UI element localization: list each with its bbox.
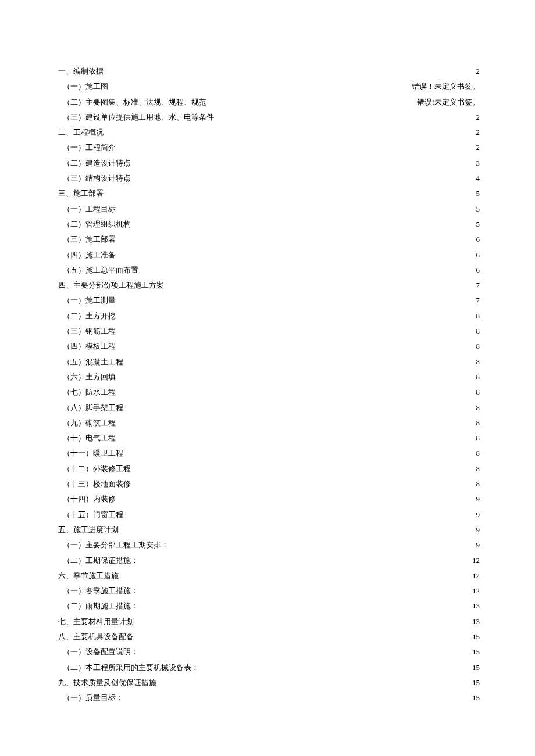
toc-entry: （二）工期保证措施：12	[58, 553, 480, 568]
toc-entry: （七）防水工程8	[58, 385, 480, 400]
toc-leader-dots	[158, 678, 471, 685]
toc-label: （三）钢筋工程	[63, 324, 116, 339]
toc-leader-dots	[132, 464, 475, 471]
toc-label: （六）土方回填	[63, 370, 116, 385]
toc-entry: （一）主要分部工程工期安排：9	[58, 538, 480, 553]
toc-label: （一）主要分部工程工期安排：	[63, 538, 169, 553]
toc-entry: 五、施工进度计划9	[58, 522, 480, 538]
toc-label: （一）施工图	[63, 79, 108, 94]
toc-label: （一）冬季施工措施：	[63, 583, 138, 599]
toc-entry: （三）钢筋工程8	[58, 324, 480, 339]
toc-label: （一）质量目标：	[63, 690, 123, 705]
toc-entry: （五）施工总平面布置6	[58, 263, 480, 278]
toc-label: 六、季节施工措施	[58, 568, 119, 583]
toc-label: （十一）暖卫工程	[63, 446, 123, 461]
toc-label: （二）土方开挖	[63, 309, 116, 324]
toc-label: （一）施工测量	[63, 293, 116, 308]
toc-entry: 六、季节施工措施12	[58, 568, 480, 583]
toc-leader-dots	[105, 66, 475, 74]
toc-entry: （一）工程目标5	[58, 202, 480, 217]
toc-page-number: 8	[476, 431, 480, 446]
toc-page-number: 8	[476, 415, 480, 431]
toc-leader-dots	[170, 540, 475, 547]
toc-leader-dots	[132, 219, 475, 227]
toc-label: （十）电气工程	[63, 431, 116, 446]
toc-entry: （四）施工准备6	[58, 248, 480, 263]
toc-page-number: 15	[472, 675, 480, 690]
toc-label: （二）管理组织机构	[63, 217, 131, 232]
toc-leader-dots	[117, 326, 475, 334]
toc-label: （十三）楼地面装修	[63, 476, 131, 492]
toc-entry: （二）本工程所采用的主要机械设备表：15	[58, 660, 480, 675]
toc-page-number: 4	[476, 171, 480, 186]
toc-leader-dots	[132, 158, 475, 166]
toc-page-number: 8	[476, 354, 480, 370]
toc-entry: （一）施工图 错误！未定义书签。	[58, 79, 480, 94]
toc-leader-dots	[109, 81, 411, 89]
toc-entry: （一）设备配置说明：15	[58, 644, 480, 660]
toc-label: （八）脚手架工程	[63, 400, 123, 415]
toc-leader-dots	[105, 127, 475, 135]
toc-leader-dots	[124, 448, 475, 456]
toc-label: （一）工程简介	[63, 140, 116, 155]
toc-leader-dots	[215, 112, 475, 120]
toc-page-number: 6	[476, 232, 480, 247]
toc-label: 二、工程概况	[58, 125, 104, 140]
toc-page-number: 6	[476, 248, 480, 263]
toc-entry: 三、施工部署5	[58, 186, 480, 201]
toc-leader-dots	[117, 433, 475, 440]
toc-entry: （二）建造设计特点3	[58, 156, 480, 171]
toc-leader-dots	[135, 632, 471, 639]
toc-page-number: 12	[472, 553, 480, 568]
toc-entry: （六）土方回填8	[58, 370, 480, 385]
toc-entry: 二、工程概况2	[58, 125, 480, 140]
toc-page-number: 7	[476, 293, 480, 308]
toc-label: （二）建造设计特点	[63, 156, 131, 171]
toc-page-number: 9	[476, 522, 480, 538]
toc-leader-dots	[124, 510, 475, 517]
toc-entry: （一）质量目标：15	[58, 690, 480, 705]
toc-entry: 一、编制依据2	[58, 64, 480, 79]
toc-page-number: 2	[476, 110, 480, 125]
toc-entry: （一）工程简介2	[58, 140, 480, 155]
toc-label: 五、施工进度计划	[58, 522, 119, 538]
toc-label: 一、编制依据	[58, 64, 104, 79]
toc-entry: （五）混凝土工程8	[58, 354, 480, 370]
toc-leader-dots	[117, 234, 475, 242]
toc-label: （一）设备配置说明：	[63, 644, 138, 660]
toc-page-number: 5	[476, 186, 480, 201]
toc-leader-dots	[117, 204, 475, 212]
toc-label: （四）模板工程	[63, 339, 116, 354]
toc-label: 四、主要分部份项工程施工方案	[58, 278, 164, 293]
toc-entry: 四、主要分部份项工程施工方案7	[58, 278, 480, 293]
toc-leader-dots	[105, 188, 475, 196]
toc-label: （十四）内装修	[63, 492, 116, 507]
toc-entry: （四）模板工程8	[58, 339, 480, 354]
toc-leader-dots	[140, 601, 471, 608]
toc-page-number: 5	[476, 202, 480, 217]
toc-page-number: 8	[476, 370, 480, 385]
toc-leader-dots	[117, 341, 475, 349]
toc-page-number: 错误!未定义书签。	[417, 95, 480, 110]
toc-label: （九）砌筑工程	[63, 415, 116, 431]
toc-leader-dots	[135, 617, 471, 624]
toc-leader-dots	[200, 662, 471, 670]
toc-leader-dots	[165, 280, 475, 288]
toc-leader-dots	[124, 357, 475, 364]
toc-label: （三）建设单位提供施工用地、水、电等条件	[63, 110, 214, 125]
toc-label: （二）本工程所采用的主要机械设备表：	[63, 660, 199, 675]
toc-page-number: 8	[476, 446, 480, 461]
toc-leader-dots	[132, 479, 475, 486]
toc-entry: （三）建设单位提供施工用地、水、电等条件2	[58, 110, 480, 125]
toc-page-number: 12	[472, 568, 480, 583]
toc-leader-dots	[124, 693, 471, 700]
toc-entry: （十三）楼地面装修8	[58, 476, 480, 492]
toc-label: 三、施工部署	[58, 186, 104, 201]
toc-page-number: 2	[476, 125, 480, 140]
toc-leader-dots	[140, 647, 471, 654]
toc-label: 九、技术质量及创优保证措施	[58, 675, 156, 690]
toc-entry: （二）雨期施工措施：13	[58, 599, 480, 614]
toc-page-number: 13	[472, 599, 480, 614]
toc-leader-dots	[117, 494, 475, 501]
toc-page-number: 错误！未定义书签。	[412, 79, 480, 94]
